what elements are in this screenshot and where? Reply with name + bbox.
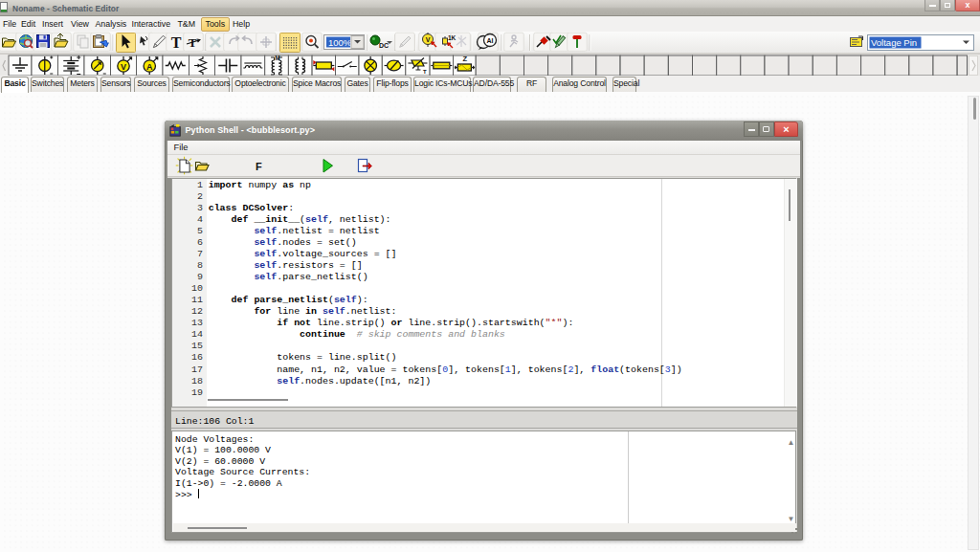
svg-text:A: A — [146, 62, 153, 72]
svg-text:F: F — [256, 161, 262, 172]
svg-text:T: T — [423, 69, 427, 75]
svg-text:Z: Z — [463, 55, 468, 63]
svg-text:Voltage Pin: Voltage Pin — [871, 37, 917, 48]
svg-text:V: V — [121, 62, 126, 72]
svg-text:100%: 100% — [328, 37, 352, 48]
svg-text:T: T — [171, 34, 182, 51]
svg-text:AI: AI — [487, 37, 494, 44]
svg-text:V: V — [426, 36, 431, 43]
svg-text:1K: 1K — [448, 34, 457, 41]
svg-text:DC: DC — [379, 42, 389, 49]
